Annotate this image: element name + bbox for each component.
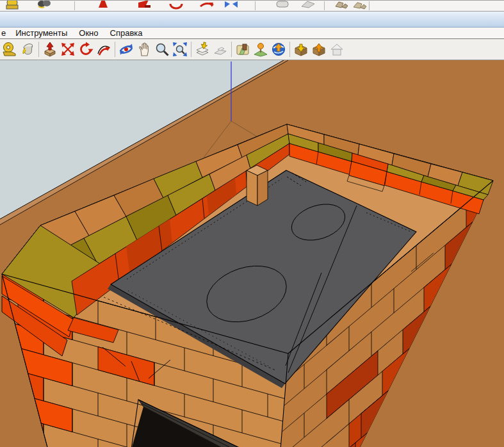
model-viewport[interactable] [0, 60, 504, 447]
follow-me-icon[interactable] [95, 40, 113, 58]
pan-icon[interactable] [135, 40, 153, 58]
move-icon[interactable] [59, 40, 77, 58]
stamp-icon[interactable] [211, 40, 229, 58]
scene-canvas [0, 60, 504, 447]
drape-icon[interactable] [193, 40, 211, 58]
strip-separator [255, 1, 256, 10]
share-component-icon[interactable] [328, 40, 346, 58]
strip-separator [74, 1, 75, 10]
offset-gray-fragment-icon[interactable] [274, 0, 291, 10]
push-pull-icon[interactable] [41, 40, 59, 58]
menu-item-window[interactable]: Окно [73, 28, 104, 38]
cropped-toolbar-strip [0, 0, 504, 12]
share-model-icon[interactable] [310, 40, 328, 58]
zoom-icon[interactable] [153, 40, 171, 58]
rotate-icon[interactable] [77, 40, 95, 58]
main-toolbar [0, 39, 504, 60]
add-location-icon[interactable] [234, 40, 252, 58]
orbit-icon[interactable] [117, 40, 135, 58]
menubar: е Инструменты Окно Справка [0, 28, 504, 39]
menu-item-fragment[interactable]: е [0, 28, 10, 38]
rocks-fragment-icon[interactable] [333, 0, 350, 10]
menu-item-tools[interactable]: Инструменты [10, 28, 73, 38]
zoom-extents-icon[interactable] [171, 40, 189, 58]
menu-item-help[interactable]: Справка [104, 28, 149, 38]
toolbar-separator [289, 42, 290, 57]
toolbar-separator [38, 42, 39, 57]
swoosh-red-fragment-icon[interactable] [199, 0, 215, 10]
eraser-fragment-icon[interactable] [36, 0, 53, 10]
strip-separator [369, 1, 370, 10]
flag-red-fragment-icon[interactable] [136, 0, 152, 10]
capsule-gray-fragment-icon[interactable] [300, 0, 316, 10]
application-window: е Инструменты Окно Справка [0, 0, 504, 447]
arrow-red-fragment-icon[interactable] [95, 0, 111, 10]
rotate-red-fragment-icon[interactable] [168, 0, 184, 10]
toggle-terrain-icon[interactable] [252, 40, 270, 58]
raised-brick [247, 165, 268, 206]
toolbar-separator [231, 42, 232, 57]
get-models-icon[interactable] [292, 40, 310, 58]
rocks2-fragment-icon[interactable] [351, 0, 368, 10]
scale-blue-fragment-icon[interactable] [223, 0, 240, 10]
paint-bucket-icon[interactable] [19, 40, 37, 58]
tape-fragment-icon[interactable] [4, 0, 20, 10]
tape-measure-icon[interactable] [1, 40, 19, 58]
strip-separator [324, 1, 325, 10]
toolbar-separator [115, 42, 115, 57]
window-titlebar [0, 12, 504, 28]
google-earth-icon[interactable] [270, 40, 288, 58]
toolbar-separator [191, 42, 191, 57]
